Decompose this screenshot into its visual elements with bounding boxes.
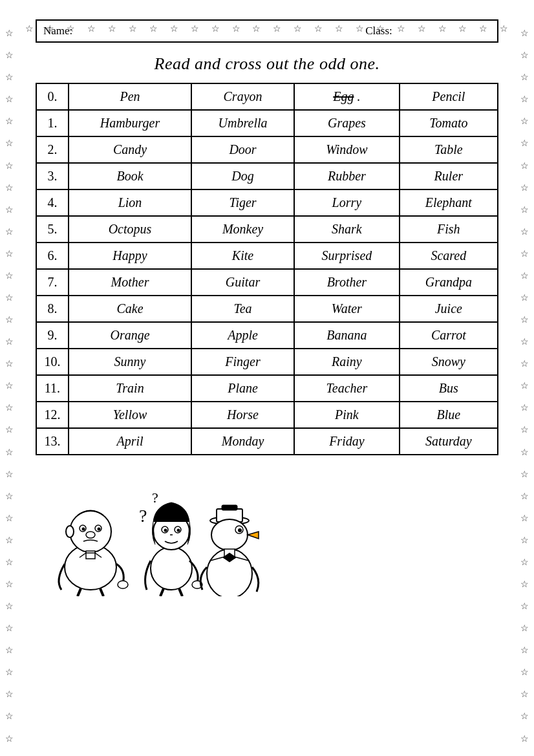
- table-cell: Octopus: [69, 216, 191, 243]
- star-icon: ☆: [438, 25, 447, 34]
- star-icon: ☆: [520, 470, 529, 479]
- table-cell: Lion: [69, 189, 191, 216]
- table-cell: Guitar: [191, 269, 294, 296]
- star-icon: ☆: [5, 184, 14, 193]
- table-cell: Train: [69, 375, 191, 402]
- table-cell: Teacher: [294, 375, 400, 402]
- star-icon: ☆: [520, 492, 529, 501]
- star-icon: ☆: [5, 646, 14, 655]
- star-icon: ☆: [191, 25, 199, 34]
- star-icon: ☆: [520, 228, 529, 237]
- question-mark-2: ?: [152, 490, 158, 506]
- star-icon: ☆: [5, 492, 14, 501]
- table-row: 9.OrangeAppleBananaCarrot: [36, 322, 498, 349]
- table-cell: Fish: [400, 216, 498, 243]
- table-cell: Apple: [191, 322, 294, 349]
- star-icon: ☆: [479, 25, 487, 34]
- bottom-illustration: ? ?: [36, 467, 498, 596]
- star-icon: ☆: [5, 117, 14, 126]
- cartoon-svg: ? ?: [42, 470, 262, 596]
- svg-point-7: [66, 526, 74, 537]
- table-cell: Window: [294, 136, 400, 163]
- table-row: 13.AprilMondayFridaySaturday: [36, 428, 498, 455]
- star-icon: ☆: [520, 558, 529, 567]
- star-icon: ☆: [335, 25, 343, 34]
- row-number: 1.: [36, 110, 69, 136]
- star-icon: ☆: [520, 338, 529, 347]
- row-number: 9.: [36, 322, 69, 349]
- row-number: 7.: [36, 269, 69, 296]
- star-icon: ☆: [520, 316, 529, 325]
- table-row: 11.TrainPlaneTeacherBus: [36, 375, 498, 402]
- star-icon: ☆: [5, 426, 14, 435]
- svg-point-10: [151, 547, 192, 590]
- table-cell: Door: [191, 136, 294, 163]
- star-icon: ☆: [294, 25, 302, 34]
- strikethrough-word: Egg: [333, 89, 354, 103]
- table-cell: Water: [294, 296, 400, 322]
- table-cell: Monkey: [191, 216, 294, 243]
- table-cell: Lorry: [294, 189, 400, 216]
- table-cell: Kite: [191, 243, 294, 269]
- star-icon: ☆: [356, 25, 364, 34]
- table-cell: Egg .: [294, 83, 400, 110]
- table-cell: Juice: [400, 296, 498, 322]
- row-number: 6.: [36, 243, 69, 269]
- star-icon: ☆: [252, 25, 261, 34]
- table-cell: Elephant: [400, 189, 498, 216]
- svg-point-15: [177, 529, 180, 532]
- table-cell: Rainy: [294, 349, 400, 375]
- star-icon: ☆: [5, 360, 14, 369]
- svg-rect-20: [222, 505, 237, 510]
- star-icon: ☆: [5, 558, 14, 567]
- table-cell: Pencil: [400, 83, 498, 110]
- question-mark-1: ?: [139, 506, 147, 526]
- star-icon: ☆: [5, 580, 14, 589]
- table-cell: Snowy: [400, 349, 498, 375]
- table-row: 3.BookDogRubberRuler: [36, 163, 498, 189]
- star-icon: ☆: [520, 514, 529, 523]
- star-icon: ☆: [129, 25, 137, 34]
- table-cell: Shark: [294, 216, 400, 243]
- star-icon: ☆: [520, 404, 529, 413]
- star-icon: ☆: [520, 272, 529, 281]
- star-icon: ☆: [520, 690, 529, 699]
- table-cell: Crayon: [191, 83, 294, 110]
- table-cell: Table: [400, 136, 498, 163]
- star-icon: ☆: [5, 95, 14, 104]
- star-icon: ☆: [520, 73, 529, 82]
- table-cell: April: [69, 428, 191, 455]
- star-icon: ☆: [520, 250, 529, 259]
- svg-rect-8: [86, 551, 95, 559]
- table-cell: Dog: [191, 163, 294, 189]
- star-icon: ☆: [108, 25, 116, 34]
- table-row: 0.PenCrayonEgg .Pencil: [36, 83, 498, 110]
- star-icon: ☆: [520, 646, 529, 655]
- row-number: 2.: [36, 136, 69, 163]
- figure-3: [200, 505, 259, 596]
- svg-point-14: [164, 529, 167, 532]
- row-number: 0.: [36, 83, 69, 110]
- table-row: 10.SunnyFingerRainySnowy: [36, 349, 498, 375]
- star-icon: ☆: [273, 25, 281, 34]
- star-icon: ☆: [520, 735, 529, 744]
- star-icon: ☆: [5, 29, 14, 38]
- row-number: 10.: [36, 349, 69, 375]
- star-icon: ☆: [25, 25, 34, 34]
- table-cell: Carrot: [400, 322, 498, 349]
- star-icon: ☆: [5, 272, 14, 281]
- star-icon: ☆: [170, 25, 178, 34]
- table-cell: Banana: [294, 322, 400, 349]
- exercise-table: 0.PenCrayonEgg .Pencil1.HamburgerUmbrell…: [36, 83, 498, 455]
- star-icon: ☆: [5, 316, 14, 325]
- star-icon: ☆: [5, 735, 14, 744]
- star-icon: ☆: [458, 25, 467, 34]
- star-icon: ☆: [5, 404, 14, 413]
- star-icon: ☆: [5, 250, 14, 259]
- table-cell: Rubber: [294, 163, 400, 189]
- svg-point-5: [98, 528, 101, 531]
- star-icon: ☆: [87, 25, 96, 34]
- star-icon: ☆: [5, 470, 14, 479]
- star-icon: ☆: [520, 360, 529, 369]
- stars-right: ☆ ☆ ☆ ☆ ☆ ☆ ☆ ☆ ☆ ☆ ☆ ☆ ☆ ☆ ☆ ☆ ☆ ☆ ☆ ☆ …: [520, 19, 529, 756]
